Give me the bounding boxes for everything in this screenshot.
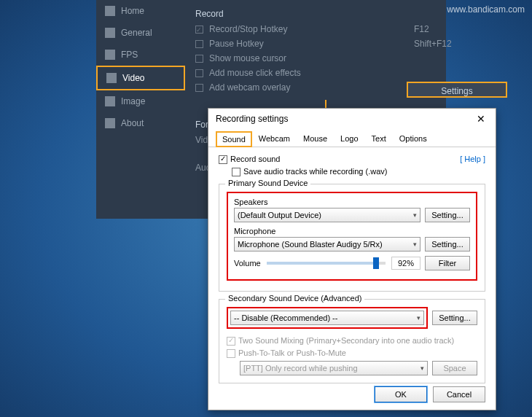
microphone-setting-button[interactable]: Setting... [425, 237, 470, 252]
sidebar: Home General FPS Video Image About [96, 0, 185, 219]
annotation-highlight-secondary: -- Disable (Recommended) --▾ [227, 307, 428, 329]
gear-icon [105, 28, 115, 38]
fps-icon [105, 50, 115, 60]
record-section-label: Record [195, 9, 439, 19]
tab-sound[interactable]: Sound [216, 131, 252, 147]
tab-logo[interactable]: Logo [334, 130, 364, 147]
speakers-select[interactable]: (Default Output Device)▾ [234, 208, 420, 222]
sidebar-item-image[interactable]: Image [96, 90, 185, 112]
sidebar-item-label: About [121, 118, 144, 128]
tab-webcam[interactable]: Webcam [252, 130, 297, 147]
speakers-label: Speakers [234, 198, 420, 206]
sidebar-item-label: FPS [121, 50, 138, 60]
tab-options[interactable]: Options [393, 130, 434, 147]
slider-thumb[interactable] [373, 257, 379, 269]
checkbox-icon[interactable] [219, 155, 227, 164]
click-effects-row[interactable]: Add mouse click effects [195, 66, 439, 80]
checkbox-icon[interactable] [195, 69, 203, 77]
ptt-checkbox: Push-To-Talk or Push-To-Mute [227, 348, 477, 358]
sidebar-item-home[interactable]: Home [96, 0, 185, 22]
info-icon [105, 118, 115, 128]
primary-group-title: Primary Sound Device [225, 179, 310, 187]
volume-label: Volume [234, 259, 261, 268]
close-icon[interactable]: ✕ [474, 113, 488, 125]
secondary-group-title: Secondary Sound Device (Advanced) [225, 294, 364, 303]
checkbox-icon [227, 337, 235, 346]
ptt-mode-select: [PTT] Only record while pushing▾ [240, 361, 428, 375]
ok-button[interactable]: OK [375, 386, 427, 402]
watermark: www.bandicam.com [447, 4, 525, 15]
sidebar-item-label: Home [121, 6, 144, 16]
secondary-setting-button[interactable]: Setting... [432, 311, 477, 325]
sidebar-item-label: Image [121, 96, 145, 106]
checkbox-icon [227, 349, 235, 358]
checkbox-icon[interactable] [195, 26, 203, 34]
dialog-titlebar: Recording settings ✕ [208, 109, 496, 129]
chevron-down-icon: ▾ [417, 314, 420, 321]
volume-value: 92% [391, 257, 420, 270]
volume-slider[interactable] [267, 262, 386, 265]
checkbox-icon[interactable] [195, 55, 203, 63]
chevron-down-icon: ▾ [413, 211, 417, 219]
two-sound-mixing-checkbox: Two Sound Mixing (Primary+Secondary into… [227, 336, 477, 346]
ptt-key-button: Space [432, 361, 477, 375]
sidebar-item-fps[interactable]: FPS [96, 44, 185, 66]
video-icon [106, 73, 117, 83]
primary-device-group: Primary Sound Device Speakers (Default O… [219, 184, 485, 292]
record-sound-checkbox[interactable]: Record sound [219, 155, 485, 164]
sidebar-item-general[interactable]: General [96, 22, 185, 44]
show-cursor-row[interactable]: Show mouse cursor [195, 51, 439, 66]
sidebar-item-label: Video [122, 73, 144, 83]
sidebar-item-about[interactable]: About [96, 112, 185, 134]
checkbox-icon[interactable] [232, 168, 240, 176]
settings-button[interactable]: Settings [407, 82, 507, 98]
help-link[interactable]: [ Help ] [460, 155, 485, 163]
tab-text[interactable]: Text [365, 130, 393, 147]
cancel-button[interactable]: Cancel [433, 386, 485, 402]
secondary-select[interactable]: -- Disable (Recommended) --▾ [230, 311, 424, 325]
tab-mouse[interactable]: Mouse [297, 130, 334, 147]
chevron-down-icon: ▾ [420, 365, 424, 372]
speakers-setting-button[interactable]: Setting... [425, 208, 470, 222]
webcam-overlay-row[interactable]: Add webcam overlay [195, 80, 439, 95]
sidebar-item-label: General [121, 28, 152, 38]
filter-button[interactable]: Filter [425, 256, 470, 270]
home-icon [105, 6, 115, 16]
sidebar-item-video[interactable]: Video [96, 66, 185, 90]
microphone-select[interactable]: Microphone (Sound Blaster Audigy 5/Rx)▾ [234, 237, 420, 252]
pause-hotkey-row[interactable]: Pause HotkeyShift+F12 [195, 36, 439, 51]
image-icon [105, 96, 115, 106]
microphone-label: Microphone [234, 227, 420, 235]
dialog-footer: OK Cancel [375, 386, 485, 402]
dialog-body: [ Help ] Record sound Save audio tracks … [208, 147, 496, 391]
dialog-tabs: Sound Webcam Mouse Logo Text Options [208, 130, 496, 147]
checkbox-icon[interactable] [195, 40, 203, 48]
secondary-device-group: Secondary Sound Device (Advanced) -- Dis… [219, 299, 485, 383]
dialog-title: Recording settings [216, 114, 288, 124]
chevron-down-icon: ▾ [413, 241, 417, 248]
record-hotkey-row[interactable]: Record/Stop HotkeyF12 [195, 22, 439, 36]
save-wav-checkbox[interactable]: Save audio tracks while recording (.wav) [232, 167, 485, 176]
checkbox-icon[interactable] [195, 84, 203, 92]
annotation-highlight-primary: Speakers (Default Output Device)▾ Settin… [227, 192, 477, 281]
recording-settings-dialog: Recording settings ✕ Sound Webcam Mouse … [208, 108, 496, 410]
